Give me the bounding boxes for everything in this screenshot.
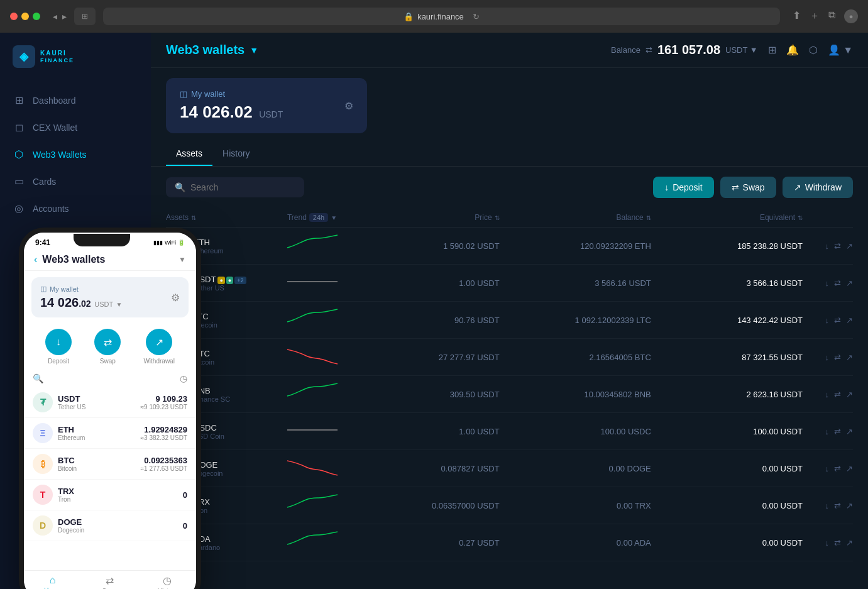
maximize-button[interactable] xyxy=(33,13,40,20)
row-deposit-icon[interactable]: ↓ xyxy=(825,316,829,325)
row-swap-icon[interactable]: ⇄ xyxy=(834,316,841,325)
phone-wallet-label: ◫ My wallet xyxy=(40,285,123,293)
phone-asset-row[interactable]: ₮ USDT Tether US 9 109.23 ≈9 109.23 USDT xyxy=(24,387,196,418)
row-deposit-icon[interactable]: ↓ xyxy=(825,278,829,288)
sidebar-item-accounts[interactable]: ◎ Accounts xyxy=(0,195,151,222)
sidebar-item-label: Cards xyxy=(33,177,56,187)
minimize-button[interactable] xyxy=(21,13,29,20)
row-deposit-icon[interactable]: ↓ xyxy=(825,241,829,251)
bell-icon[interactable]: 🔔 xyxy=(786,44,799,56)
trend-sort-icon[interactable]: ▼ xyxy=(331,214,337,221)
logo-text: KAURI FINANCE xyxy=(40,50,74,64)
price-cell: 0.27 USDT xyxy=(378,538,500,548)
dropdown-arrow-icon[interactable]: ▼ xyxy=(250,45,258,55)
phone-asset-icon: Ξ xyxy=(33,423,53,443)
col-equivalent: Equivalent ⇅ xyxy=(651,213,803,222)
phone-swap-button[interactable]: ⇄ Swap xyxy=(94,329,121,365)
tab-assets[interactable]: Assets xyxy=(166,143,212,166)
row-deposit-icon[interactable]: ↓ xyxy=(825,501,829,510)
phone-deposit-circle: ↓ xyxy=(45,329,72,355)
profile-icon[interactable]: ● xyxy=(844,9,858,23)
swap-button[interactable]: ⇄ Swap xyxy=(720,177,776,198)
phone-deposit-button[interactable]: ↓ Deposit xyxy=(45,329,72,365)
sidebar-item-cex-wallet[interactable]: ◻ CEX Wallet xyxy=(0,114,151,141)
dashboard-icon: ⊞ xyxy=(13,94,25,106)
traffic-lights xyxy=(10,13,40,20)
phone-asset-list: ₮ USDT Tether US 9 109.23 ≈9 109.23 USDT… xyxy=(24,387,196,570)
row-withdraw-icon[interactable]: ↗ xyxy=(846,353,853,362)
phone-nav-history[interactable]: ◷ History xyxy=(139,575,196,589)
sidebar-toggle[interactable]: ⊞ xyxy=(74,8,96,25)
phone-title-dropdown-icon[interactable]: ▼ xyxy=(179,255,186,264)
table-row: A ADA Cardano 0.27 USDT 0.00 ADA 0.00 US… xyxy=(166,524,853,561)
phone-asset-info: USDT Tether US xyxy=(58,394,141,410)
equivalent-cell: 0.00 USDT xyxy=(651,464,803,473)
row-swap-icon[interactable]: ⇄ xyxy=(834,278,841,288)
row-swap-icon[interactable]: ⇄ xyxy=(834,501,841,510)
balance-cell: 0.00 DOGE xyxy=(500,464,651,473)
reload-icon[interactable]: ↻ xyxy=(473,12,480,21)
new-tab-icon[interactable]: ＋ xyxy=(810,9,820,23)
close-button[interactable] xyxy=(10,13,18,20)
profile-icon[interactable]: 👤 ▼ xyxy=(828,44,853,56)
grid-icon[interactable]: ⊞ xyxy=(768,44,776,56)
row-deposit-icon[interactable]: ↓ xyxy=(825,464,829,473)
back-button[interactable]: ◂ xyxy=(53,11,57,21)
phone-asset-value: 1.92924829 xyxy=(141,425,187,434)
equivalent-sort-icon[interactable]: ⇅ xyxy=(798,214,803,221)
phone-wallet-amount: 14 026.02 xyxy=(40,295,94,309)
deposit-button[interactable]: ↓ Deposit xyxy=(653,177,713,198)
row-deposit-icon[interactable]: ↓ xyxy=(825,427,829,436)
phone-settings-gear-button[interactable]: ⚙ xyxy=(171,292,180,304)
balance-sort-icon[interactable]: ⇅ xyxy=(646,214,651,221)
row-withdraw-icon[interactable]: ↗ xyxy=(846,316,853,325)
row-withdraw-icon[interactable]: ↗ xyxy=(846,241,853,251)
phone-asset-row[interactable]: Ξ ETH Ethereum 1.92924829 ≈3 382.32 USDT xyxy=(24,418,196,449)
sidebar-item-label: CEX Wallet xyxy=(33,123,77,133)
settings-gear-button[interactable]: ⚙ xyxy=(344,100,353,112)
phone-asset-row[interactable]: ₿ BTC Bitcoin 0.09235363 ≈1 277.63 USDT xyxy=(24,449,196,480)
forward-button[interactable]: ▸ xyxy=(62,11,67,21)
sidebar-item-dashboard[interactable]: ⊞ Dashboard xyxy=(0,87,151,114)
row-withdraw-icon[interactable]: ↗ xyxy=(846,427,853,436)
row-swap-icon[interactable]: ⇄ xyxy=(834,464,841,473)
sidebar-item-web3-wallets[interactable]: ⬡ Web3 Wallets xyxy=(0,141,151,168)
row-swap-icon[interactable]: ⇄ xyxy=(834,353,841,362)
phone-back-button[interactable]: ‹ xyxy=(34,254,37,265)
phone-history-icon[interactable]: ◷ xyxy=(180,373,187,383)
sort-icon[interactable]: ⇅ xyxy=(191,214,196,221)
row-deposit-icon[interactable]: ↓ xyxy=(825,390,829,399)
row-withdraw-icon[interactable]: ↗ xyxy=(846,278,853,288)
row-withdraw-icon[interactable]: ↗ xyxy=(846,501,853,510)
phone-nav-swap[interactable]: ⇄ Swap xyxy=(81,575,138,589)
phone-asset-row[interactable]: D DOGE Dogecoin 0 xyxy=(24,510,196,541)
price-sort-icon[interactable]: ⇅ xyxy=(495,214,500,221)
row-withdraw-icon[interactable]: ↗ xyxy=(846,390,853,399)
row-swap-icon[interactable]: ⇄ xyxy=(834,241,841,251)
row-deposit-icon[interactable]: ↓ xyxy=(825,538,829,548)
tabs-row: Assets History xyxy=(151,133,868,167)
row-swap-icon[interactable]: ⇄ xyxy=(834,538,841,548)
phone-withdrawal-button[interactable]: ↗ Withdrawal xyxy=(143,329,174,365)
withdraw-button[interactable]: ↗ Withdraw xyxy=(783,177,853,198)
row-swap-icon[interactable]: ⇄ xyxy=(834,390,841,399)
action-buttons: ↓ Deposit ⇄ Swap ↗ Withdraw xyxy=(653,177,853,198)
phone-nav-home[interactable]: ⌂ Home xyxy=(24,575,81,589)
phone-search-icon[interactable]: 🔍 xyxy=(33,373,43,383)
sidebar-item-cards[interactable]: ▭ Cards xyxy=(0,168,151,195)
currency-dropdown-icon[interactable]: ▼ xyxy=(750,45,758,55)
address-bar[interactable]: 🔒 kauri.finance ↻ xyxy=(103,8,780,25)
row-withdraw-icon[interactable]: ↗ xyxy=(846,464,853,473)
phone-asset-row[interactable]: T TRX Tron 0 xyxy=(24,480,196,510)
table-row: D DOGE Dogecoin 0.087827 USDT 0.00 DOGE … xyxy=(166,450,853,487)
search-input[interactable] xyxy=(190,182,295,192)
row-swap-icon[interactable]: ⇄ xyxy=(834,427,841,436)
row-withdraw-icon[interactable]: ↗ xyxy=(846,538,853,548)
share-icon[interactable]: ⬆ xyxy=(793,9,801,23)
phone-currency-dropdown-icon[interactable]: ▼ xyxy=(116,301,123,308)
tab-history[interactable]: History xyxy=(212,143,260,166)
row-deposit-icon[interactable]: ↓ xyxy=(825,353,829,362)
tabs-icon[interactable]: ⧉ xyxy=(828,9,835,23)
wallet-connect-icon[interactable]: ⬡ xyxy=(809,44,818,56)
trend-period-badge[interactable]: 24h xyxy=(309,213,328,222)
